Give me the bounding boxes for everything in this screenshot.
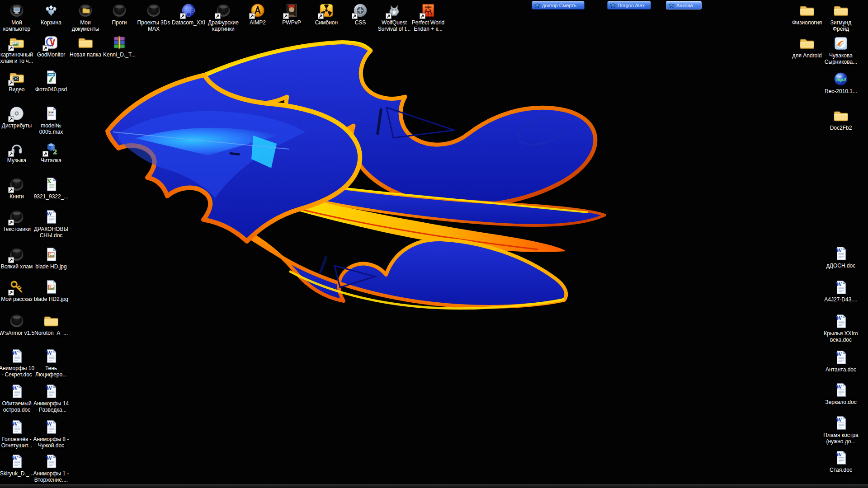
desktop-icon-label: blade HD2.jpg: [34, 296, 68, 303]
desktop-icon-label: картиночныйхлам и то ч...: [0, 52, 33, 64]
desktop-icon-label: Дистрибуты: [2, 123, 32, 129]
folder-icon: [833, 108, 849, 124]
desktop-icon-antanta-doc[interactable]: WАнтанта.doc: [821, 349, 861, 373]
shortcut-arrow-icon: [8, 151, 14, 157]
desktop-icon-rec-2010-mp3[interactable]: mp3Rec-2010.1...: [821, 71, 861, 95]
desktop-icon-label: Музыка: [7, 158, 26, 164]
svg-text:mp3: mp3: [836, 77, 846, 82]
svg-text:W: W: [835, 281, 842, 287]
svg-text:W: W: [11, 385, 18, 391]
desktop-icon-label: Обитаемыйостров.doc: [2, 401, 31, 413]
desktop-icon-excel-9321-9322[interactable]: X9321_9322_...: [31, 176, 71, 200]
desktop-icon-ten-lyutsifero-doc[interactable]: WТеньЛюциферо...: [31, 348, 71, 378]
desktop-icon-label: Крылья XXIговека.doc: [824, 331, 858, 343]
window-button-ankona[interactable]: Анкона: [666, 1, 702, 9]
desktop-icon-label: blade HD.jpg: [35, 264, 66, 270]
desktop-icon-label: Мойкомпьютер: [3, 20, 31, 32]
desktop-icon-kenni-rar[interactable]: Kenni_D._T...: [99, 34, 139, 58]
desktop-icon-a4j27-d43-doc[interactable]: WA4J27-D43....: [821, 279, 861, 303]
desktop: МойкомпьютерКорзинаМоидокументыПрогиПрое…: [0, 0, 868, 488]
desktop-icon-foto040-psd[interactable]: PSDФото040.psd: [31, 69, 71, 93]
word-icon: W: [43, 348, 59, 364]
svg-text:W: W: [46, 385, 52, 391]
desktop-icon-krylya-xxi-doc[interactable]: WКрылья XXIговека.doc: [821, 313, 861, 343]
shortcut-arrow-icon: [215, 13, 221, 19]
desktop-icon-chuvakova[interactable]: ЧуваковаСырникова...: [821, 35, 861, 65]
desktop-icon-label: Аниморфы 1 -Вторжение....: [33, 471, 69, 483]
desktop-icon-blade-hd2-jpg[interactable]: blade HD2.jpg: [31, 279, 71, 303]
shortcut-arrow-icon: [249, 13, 255, 19]
desktop-icon-label: PWPvP: [282, 20, 301, 26]
word-icon: W: [9, 348, 25, 364]
desktop-icon-ddosn-doc[interactable]: WдДОСН.doc: [821, 245, 861, 269]
dark-icon: [9, 209, 25, 225]
disc-icon: [9, 105, 25, 122]
svg-text:W: W: [835, 417, 842, 423]
window-button-label: Dragon Alex: [618, 3, 645, 8]
desktop-icon-animorphs-1-doc[interactable]: WАниморфы 1 -Вторжение....: [31, 453, 71, 483]
desktop-icon-label: Kenni_D._T...: [103, 52, 136, 58]
desktop-icon-doc2fb2[interactable]: Doc2Fb2: [821, 108, 861, 131]
desktop-icon-label: для Android: [792, 53, 821, 59]
shortcut-arrow-icon: [318, 13, 324, 19]
image-icon: [43, 246, 59, 263]
desktop-icon-label: Аниморфы 8 -Чужой.doc: [33, 436, 69, 449]
desktop-icon-label: Аниморфы 10- Секрет.doc: [0, 366, 34, 378]
svg-text:W: W: [835, 451, 842, 458]
star-icon: [610, 2, 616, 8]
shortcut-arrow-icon: [8, 290, 14, 296]
desktop-icon-label: ЗигмундФрейд: [830, 20, 851, 32]
desktop-icon-label: Datacom_XXI: [172, 20, 205, 26]
shortcut-arrow-icon: [352, 13, 358, 19]
svg-text:W: W: [46, 350, 52, 356]
word-icon: W: [9, 383, 25, 399]
desktop-icon-label: Моидокументы: [72, 20, 99, 32]
desktop-icon-label: Perfect WorldEridan + к...: [412, 20, 444, 32]
svg-text:W: W: [11, 421, 18, 427]
window-button-doktor-smert[interactable]: доктор Смерть: [532, 1, 585, 9]
taskbar-edge[interactable]: [0, 484, 868, 488]
desktop-icon-blade-hd-jpg[interactable]: blade HD.jpg: [31, 246, 71, 270]
desktop-icon-model-0005-max[interactable]: model№0005.max: [31, 105, 71, 135]
desktop-icon-label: Всякий хлам: [1, 264, 33, 270]
desktop-icon-plamya-kostra-doc[interactable]: WПламя костра(нужно до...: [821, 415, 861, 445]
shortcut-arrow-icon: [8, 80, 14, 86]
desktop-icon-label: Симбион: [315, 20, 338, 26]
desktop-icon-label: Книги: [9, 194, 24, 200]
desktop-icon-animorphs-8-doc[interactable]: WАниморфы 8 -Чужой.doc: [31, 419, 71, 449]
desktop-icon-label: Физиология: [792, 20, 822, 26]
window-button-dragon-alex[interactable]: Dragon Alex: [607, 1, 651, 9]
desktop-icon-godmonitor[interactable]: GodMonitor: [31, 34, 71, 58]
word-icon: W: [833, 279, 849, 296]
star-icon: [669, 2, 675, 8]
desktop-icon-drakonovy-sny-doc[interactable]: WДРАКОНОВЫСНЫ.doc: [31, 209, 71, 239]
word-icon: W: [43, 453, 59, 469]
reader-icon: 2: [43, 140, 59, 156]
desktop-icon-label: Видео: [9, 87, 24, 93]
desktop-icon-label: Головачёв -Огнетушит...: [1, 436, 33, 449]
dark-icon: [9, 246, 25, 263]
shortcut-arrow-icon: [8, 220, 14, 225]
svg-text:W: W: [11, 350, 18, 356]
svg-text:W: W: [46, 211, 52, 217]
desktop-icon-noroton-folder[interactable]: Noroton_A_...: [31, 313, 71, 337]
desktop-icon-label: Текстовики: [3, 226, 31, 233]
desktop-icon-label: AIMP2: [250, 20, 266, 26]
shortcut-arrow-icon: [420, 13, 425, 19]
desktop-icon-zerkalo-doc[interactable]: WЗеркало.doc: [821, 382, 861, 406]
desktop-icon-animorphs-14-doc[interactable]: WАниморфы 14- Разведка...: [31, 383, 71, 413]
image-icon: [43, 279, 59, 295]
desktop-icon-label: Стая.doc: [830, 467, 852, 474]
desktop-icon-label: model№0005.max: [39, 123, 63, 135]
svg-text:W: W: [46, 421, 52, 427]
desktop-icon-chitalka[interactable]: 2Читалка: [31, 140, 71, 164]
desktop-icon-staya-doc[interactable]: WСтая.doc: [821, 450, 861, 474]
svg-text:PSD: PSD: [48, 73, 53, 76]
word-icon: W: [43, 383, 59, 399]
word-icon: W: [833, 450, 849, 466]
key-icon: [9, 279, 25, 295]
desktop-icon-label: ЧуваковаСырникова...: [825, 53, 857, 65]
mp3-icon: mp3: [833, 71, 849, 87]
desktop-icon-label: Новая папка: [70, 52, 101, 58]
excel-icon: X: [43, 176, 59, 192]
